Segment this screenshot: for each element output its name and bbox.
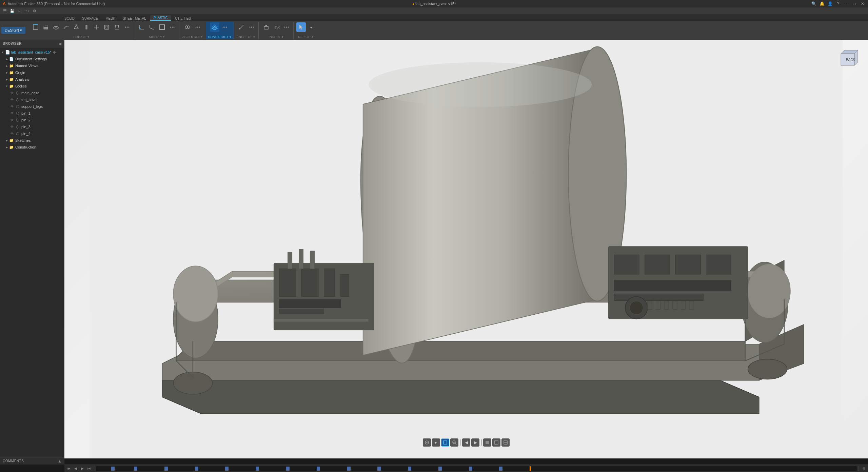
create-sketch-icon[interactable]	[31, 22, 40, 32]
design-mode-button[interactable]: DESIGN ▾	[1, 27, 25, 34]
timeline-marker-9[interactable]	[347, 467, 351, 471]
tab-utilities[interactable]: UTILITIES	[172, 16, 194, 21]
timeline-marker-10[interactable]	[377, 467, 381, 471]
eye-pin2[interactable]: 👁	[9, 118, 14, 122]
orbit-button[interactable]	[423, 438, 431, 447]
tree-item-sketches[interactable]: ▶ 📁 Sketches	[0, 137, 64, 144]
shell-modify-icon[interactable]	[157, 22, 167, 32]
close-button[interactable]: ✕	[860, 1, 865, 6]
timeline-play-button[interactable]: ▶	[79, 466, 85, 472]
tree-item-root[interactable]: ▼ 📄 lab_assistant_case v15* ⚙	[0, 49, 64, 56]
offset-plane-icon[interactable]	[210, 22, 219, 32]
select-icon[interactable]	[296, 22, 306, 32]
timeline-marker-12[interactable]	[438, 467, 442, 471]
assemble-more-icon[interactable]	[193, 22, 202, 32]
maximize-button[interactable]: □	[852, 1, 857, 6]
timeline-marker-13[interactable]	[469, 467, 472, 471]
expand-origin[interactable]: ▶	[5, 71, 9, 75]
create-more-icon[interactable]	[122, 22, 132, 32]
expand-bodies[interactable]: ▼	[5, 84, 9, 88]
viewport[interactable]: BACK	[64, 40, 868, 458]
tree-item-main-case[interactable]: 👁 ⬡ main_case	[0, 90, 64, 96]
timeline-track[interactable]	[96, 466, 857, 471]
eye-pin1[interactable]: 👁	[9, 111, 14, 116]
timeline-marker-8[interactable]	[317, 467, 320, 471]
eye-top-cover[interactable]: 👁	[9, 97, 14, 102]
joint-icon[interactable]	[183, 22, 192, 32]
insert-more-icon[interactable]	[282, 22, 291, 32]
help-icon[interactable]: ?	[835, 1, 841, 6]
expand-construction[interactable]: ▶	[5, 145, 9, 149]
tree-item-pin2[interactable]: 👁 ⬡ pin_2	[0, 117, 64, 123]
expand-root[interactable]: ▼	[1, 50, 5, 54]
expand-sketches[interactable]: ▶	[5, 138, 9, 142]
timeline-current-pos[interactable]	[530, 466, 531, 471]
tree-item-bodies[interactable]: ▼ 📁 Bodies	[0, 83, 64, 90]
tab-sheet-metal[interactable]: SHEET METAL	[119, 16, 150, 21]
timeline-marker-2[interactable]	[134, 467, 137, 471]
quick-undo[interactable]: ↩	[16, 8, 23, 14]
timeline-marker-14[interactable]	[499, 467, 502, 471]
timeline-marker-1[interactable]	[111, 467, 115, 471]
minimize-button[interactable]: ─	[844, 1, 849, 6]
settings-icon[interactable]: ⚙	[53, 51, 56, 54]
inspect-more-icon[interactable]	[247, 22, 256, 32]
display-mode-1-button[interactable]	[483, 438, 491, 447]
user-icon[interactable]: 👤	[827, 1, 833, 6]
viewcube[interactable]: BACK	[834, 47, 861, 74]
quick-settings[interactable]: ⚙	[31, 8, 38, 14]
expand-analysis[interactable]: ▶	[5, 77, 9, 81]
tree-item-top-cover[interactable]: 👁 ⬡ top_cover	[0, 96, 64, 103]
web-icon[interactable]	[92, 22, 101, 32]
eye-pin3[interactable]: 👁	[9, 124, 14, 129]
revolve-icon[interactable]	[51, 22, 61, 32]
tab-plastic[interactable]: PLASTIC	[150, 15, 171, 21]
timeline-last-button[interactable]: ⏭	[86, 466, 92, 472]
fillet-icon[interactable]	[137, 22, 146, 32]
eye-support-legs[interactable]: 👁	[9, 104, 14, 109]
tree-item-pin3[interactable]: 👁 ⬡ pin_3	[0, 123, 64, 130]
menu-icon[interactable]: ☰	[1, 8, 8, 14]
measure-icon[interactable]	[237, 22, 246, 32]
tab-solid[interactable]: SOLID	[61, 16, 78, 21]
view-mode-button[interactable]	[441, 438, 449, 447]
timeline-marker-6[interactable]	[256, 467, 259, 471]
tree-item-doc-settings[interactable]: ▶ 📄 Document Settings	[0, 56, 64, 62]
display-mode-2-button[interactable]	[492, 438, 500, 447]
eye-pin4[interactable]: 👁	[9, 131, 14, 136]
draft-icon[interactable]	[112, 22, 122, 32]
quick-redo[interactable]: ↪	[24, 8, 31, 14]
tree-item-named-views[interactable]: ▶ 📁 Named Views	[0, 62, 64, 69]
tab-surface[interactable]: SURFACE	[79, 16, 101, 21]
quick-save[interactable]: 💾	[9, 8, 16, 14]
comments-expand-icon[interactable]: ▲	[58, 459, 62, 464]
modify-more-icon[interactable]	[167, 22, 177, 32]
extrude-icon[interactable]	[41, 22, 51, 32]
timeline-marker-5[interactable]	[225, 467, 229, 471]
insert-mesh-icon[interactable]	[261, 22, 271, 32]
select-dropdown-icon[interactable]	[307, 22, 316, 32]
timeline-marker-4[interactable]	[195, 467, 198, 471]
tree-item-pin1[interactable]: 👁 ⬡ pin_1	[0, 110, 64, 117]
timeline-settings-button[interactable]: ⚙	[861, 466, 867, 472]
timeline-first-button[interactable]: ⏮	[66, 466, 72, 472]
sweep-icon[interactable]	[61, 22, 71, 32]
timeline-prev-button[interactable]: ◀	[73, 466, 79, 472]
zoom-button[interactable]	[450, 438, 458, 447]
timeline-marker-11[interactable]	[408, 467, 411, 471]
tree-item-origin[interactable]: ▶ 📁 Origin	[0, 69, 64, 76]
loft-icon[interactable]	[72, 22, 81, 32]
chamfer-icon[interactable]	[147, 22, 157, 32]
tab-mesh[interactable]: MESH	[102, 16, 119, 21]
tree-item-pin4[interactable]: 👁 ⬡ pin_4	[0, 130, 64, 137]
display-mode-3-button[interactable]	[501, 438, 510, 447]
browser-collapse-icon[interactable]: ◀	[58, 41, 61, 46]
timeline-marker-3[interactable]	[164, 467, 168, 471]
tree-item-analysis[interactable]: ▶ 📁 Analysis	[0, 76, 64, 83]
expand-doc-settings[interactable]: ▶	[5, 57, 9, 61]
construct-more-icon[interactable]	[220, 22, 230, 32]
prev-view-button[interactable]: ◀	[462, 438, 470, 447]
tree-item-support-legs[interactable]: 👁 ⬡ support_legs	[0, 103, 64, 110]
rib-icon[interactable]	[82, 22, 91, 32]
tree-item-construction[interactable]: ▶ 📁 Construction	[0, 144, 64, 151]
